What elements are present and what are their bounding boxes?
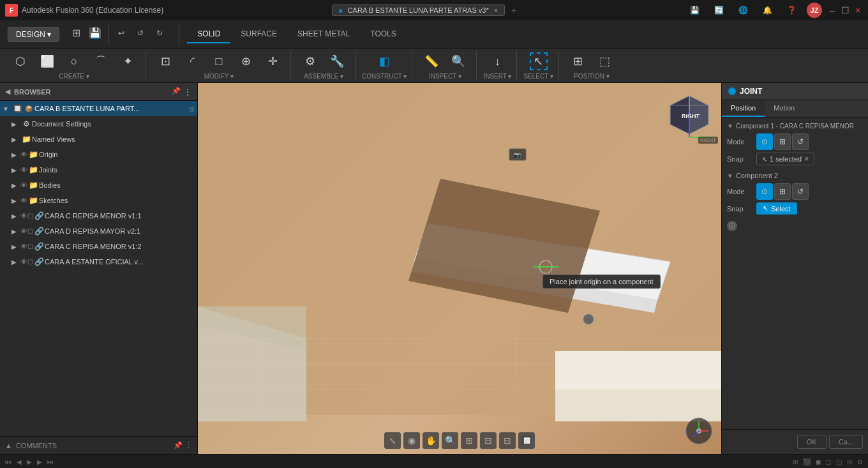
component2-select-btn[interactable]: ↖ Select (756, 202, 797, 215)
component1-snap-clear-icon[interactable]: × (804, 155, 809, 163)
combine-btn[interactable]: ⊕ (233, 51, 258, 72)
orbit-btn[interactable]: ⤡ (384, 432, 401, 449)
extrude-btn[interactable]: ⬜ (34, 51, 60, 72)
comments-collapse-icon[interactable]: ▲ (5, 442, 12, 449)
tree-item-joints[interactable]: ▶ 👁 📁 Joints (0, 162, 197, 177)
cara-a-eye-icon[interactable]: 👁 (20, 258, 27, 266)
sketches-eye-icon[interactable]: 👁 (20, 197, 27, 204)
cara-c-1-eye-icon[interactable]: 👁 (20, 212, 27, 220)
browser-collapse-icon[interactable]: ◀ (5, 87, 10, 96)
undo-icon[interactable]: ↩ (112, 24, 130, 42)
tab-surface[interactable]: SURFACE (230, 26, 287, 43)
component2-mode-btn-2[interactable]: ⊞ (774, 183, 791, 200)
close-btn[interactable]: × (853, 5, 863, 15)
bodies-eye-icon[interactable]: 👁 (20, 181, 27, 189)
close-doc-tab[interactable]: × (494, 6, 498, 14)
tab-sheet-metal[interactable]: SHEET METAL (287, 26, 360, 43)
play-prev-icon[interactable]: ◀ (17, 458, 22, 465)
component2-mode-btn-3[interactable]: ↺ (792, 183, 809, 200)
component2-mode-btn-1[interactable]: ⊙ (756, 183, 773, 200)
component1-header[interactable]: ▼ Component 1 - CARA C REPISA MENOR (727, 123, 863, 130)
bell-icon[interactable]: 🔔 (758, 1, 776, 19)
origin-eye-icon[interactable]: 👁 (20, 151, 27, 158)
cara-d-eye-icon[interactable]: 👁 (20, 227, 27, 235)
section-analysis-btn[interactable]: 🔍 (445, 51, 471, 72)
tree-root[interactable]: ▼ 🔲 📦 CARA B ESTANTE LUNA PART... ◎ (0, 101, 197, 116)
settings-gear-icon[interactable]: ⚙ (857, 458, 863, 465)
pan-btn[interactable]: ✋ (423, 432, 439, 449)
design-dropdown-btn[interactable]: DESIGN ▾ (8, 27, 59, 42)
insert-derive-btn[interactable]: ↓ (484, 51, 510, 72)
web-icon[interactable]: 🌐 (734, 1, 752, 19)
grid-icon[interactable]: ⊞ (67, 24, 85, 42)
component2-header[interactable]: ▼ Component 2 (727, 172, 863, 179)
tree-item-named-views[interactable]: ▶ 📁 Named Views (0, 132, 197, 147)
tree-item-doc-settings[interactable]: ▶ ⚙ Document Settings (0, 116, 197, 132)
play-next-icon[interactable]: ▶ (37, 458, 42, 465)
offset-plane-btn[interactable]: ◧ (371, 51, 397, 72)
position-btn2[interactable]: ⬚ (592, 51, 618, 72)
tree-item-origin[interactable]: ▶ 👁 📁 Origin (0, 147, 197, 162)
viewport-canvas[interactable]: 📷 Place joint origin on a component (198, 83, 721, 454)
browser-pin-icon[interactable]: 📌 (172, 87, 181, 97)
tab-tools[interactable]: TOOLS (360, 26, 406, 43)
toolbar-icon6[interactable]: ⊟ (847, 458, 852, 465)
tree-item-sketches[interactable]: ▶ 👁 📁 Sketches (0, 193, 197, 208)
tree-item-cara-c-1[interactable]: ▶ 👁 ☐ 🔗 CARA C REPISA MENOR v1:1 (0, 208, 197, 223)
browser-panel-icon[interactable]: ⋮ (183, 87, 192, 97)
toolbar-icon2[interactable]: ⬛ (803, 458, 811, 465)
move-btn[interactable]: ✛ (260, 51, 285, 72)
cara-c-2-eye-icon[interactable]: 👁 (20, 243, 27, 250)
tree-item-cara-d[interactable]: ▶ 👁 ☐ 🔗 CARA D REPISA MAYOR v2:1 (0, 223, 197, 239)
minimize-btn[interactable]: – (827, 5, 837, 15)
toolbar-icon1[interactable]: ⊞ (793, 458, 798, 465)
tree-item-cara-c-2[interactable]: ▶ 👁 ☐ 🔗 CARA C REPISA MENOR v1:2 (0, 239, 197, 254)
new-component-btn[interactable]: ⬡ (8, 51, 33, 72)
zoom-btn[interactable]: 🔍 (442, 432, 458, 449)
press-pull-btn[interactable]: ⊡ (153, 51, 178, 72)
tab-motion[interactable]: Motion (765, 100, 804, 117)
revolve-btn[interactable]: ○ (61, 51, 87, 72)
as-built-joint-btn[interactable]: 🔧 (324, 51, 350, 72)
tab-solid[interactable]: SOLID (187, 26, 230, 43)
user-avatar[interactable]: JZ (807, 3, 822, 18)
ok-btn[interactable]: OK (797, 435, 827, 449)
comments-menu-icon[interactable]: ⋮ (185, 441, 192, 449)
play-btn[interactable]: ▶ (27, 458, 32, 465)
nav-cube[interactable]: RIGHT Y Z RIGHT (664, 89, 715, 140)
toolbar-icon5[interactable]: ◫ (836, 458, 842, 465)
tree-item-cara-a[interactable]: ▶ 👁 ☐ 🔗 CARA A ESTANTE OFICIAL v... (0, 254, 197, 269)
undo-arrow-icon[interactable]: ↺ (131, 24, 149, 42)
joint-btn[interactable]: ⚙ (297, 51, 323, 72)
new-tab-btn[interactable]: ＋ (510, 6, 518, 15)
maximize-btn[interactable]: ☐ (840, 5, 850, 15)
play-start-icon[interactable]: ⏮ (5, 458, 11, 465)
cancel-btn[interactable]: Ca... (829, 435, 863, 449)
view-cube-btn[interactable]: 🔲 (518, 432, 535, 449)
toolbar-icon4[interactable]: ◻ (826, 458, 831, 465)
sync-icon[interactable]: 🔄 (710, 1, 728, 19)
position-btn1[interactable]: ⊞ (565, 51, 591, 72)
component1-mode-btn-2[interactable]: ⊞ (774, 133, 791, 150)
fillet-btn[interactable]: ◜ (179, 51, 205, 72)
component1-mode-btn-3[interactable]: ↺ (792, 133, 809, 150)
viewport[interactable]: 📷 Place joint origin on a component (198, 83, 721, 454)
toolbar-icon3[interactable]: ◼ (816, 458, 821, 465)
display-mode-btn[interactable]: ⊟ (480, 432, 497, 449)
component1-mode-btn-1[interactable]: ⊙ (756, 133, 773, 150)
cloud-save-icon[interactable]: 💾 (685, 1, 703, 19)
look-at-btn[interactable]: ◉ (403, 432, 420, 449)
grid-display-btn[interactable]: ⊟ (499, 432, 516, 449)
comments-pin-icon[interactable]: 📌 (174, 441, 183, 449)
joints-eye-icon[interactable]: 👁 (20, 166, 27, 174)
tab-position[interactable]: Position (722, 100, 765, 117)
redo-arrow-icon[interactable]: ↻ (151, 24, 168, 42)
zoom-extent-btn[interactable]: ⊞ (461, 432, 477, 449)
shell-btn[interactable]: □ (206, 51, 232, 72)
select-btn[interactable]: ↖ (526, 51, 551, 72)
play-end-icon[interactable]: ⏭ (47, 458, 54, 465)
save-icon[interactable]: 💾 (86, 24, 104, 42)
sweep-btn[interactable]: ⌒ (88, 51, 114, 72)
box-btn[interactable]: ✦ (115, 51, 140, 72)
measure-btn[interactable]: 📏 (419, 51, 444, 72)
